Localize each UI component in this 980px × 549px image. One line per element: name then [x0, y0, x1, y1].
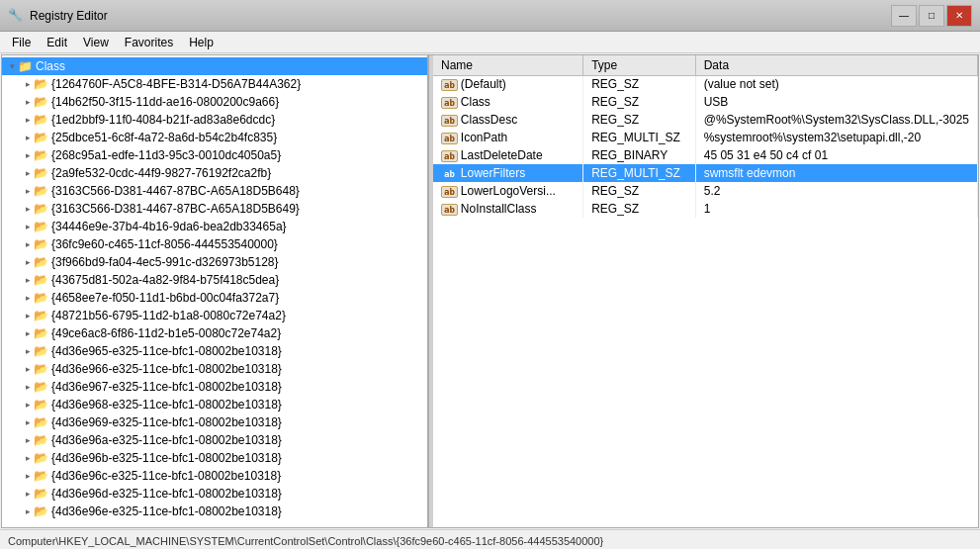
app-icon: 🔧 [8, 8, 24, 24]
tree-item[interactable]: ▸📂{3163C566-D381-4467-87BC-A65A18D5B648} [2, 182, 427, 200]
cell-data: 1 [695, 200, 977, 218]
folder-icon: 📂 [34, 362, 48, 376]
tree-item-label: {3163C566-D381-4467-87BC-A65A18D5B648} [51, 184, 300, 198]
tree-item[interactable]: ▸📂{14b62f50-3f15-11dd-ae16-0800200c9a66} [2, 93, 427, 111]
tree-item[interactable]: ▸📂{4d36e969-e325-11ce-bfc1-08002be10318} [2, 413, 427, 431]
tree-arrow-icon: ▸ [22, 471, 34, 481]
folder-icon: 📂 [34, 487, 48, 501]
tree-item-label: {1ed2bbf9-11f0-4084-b21f-ad83a8e6dcdc} [51, 113, 275, 127]
cell-name: ab(Default) [433, 75, 583, 93]
tree-item[interactable]: ▸📂{268c95a1-edfe-11d3-95c3-0010dc4050a5} [2, 146, 427, 164]
tree-arrow-icon: ▸ [22, 186, 34, 196]
main-content: ▾📁Class▸📂{1264760F-A5C8-4BFE-B314-D56A7B… [1, 54, 979, 528]
tree-arrow-icon: ▸ [22, 453, 34, 463]
menu-favorites[interactable]: Favorites [117, 34, 181, 51]
tree-item[interactable]: ▸📂{2a9fe532-0cdc-44f9-9827-76192f2ca2fb} [2, 164, 427, 182]
folder-icon: 📂 [34, 184, 48, 198]
registry-tree[interactable]: ▾📁Class▸📂{1264760F-A5C8-4BFE-B314-D56A7B… [2, 55, 429, 527]
tree-item[interactable]: ▸📂{48721b56-6795-11d2-b1a8-0080c72e74a2} [2, 307, 427, 324]
tree-item[interactable]: ▸📂{34446e9e-37b4-4b16-9da6-bea2db33465a} [2, 218, 427, 235]
tree-item[interactable]: ▸📂{4d36e96c-e325-11ce-bfc1-08002be10318} [2, 467, 427, 485]
tree-arrow-icon: ▸ [22, 400, 34, 410]
tree-arrow-icon: ▸ [22, 346, 34, 356]
tree-item[interactable]: ▸📂{49ce6ac8-6f86-11d2-b1e5-0080c72e74a2} [2, 324, 427, 342]
table-row[interactable]: abNoInstallClassREG_SZ1 [433, 200, 978, 218]
menu-view[interactable]: View [75, 34, 117, 51]
tree-item-label: {3163C566-D381-4467-87BC-A65A18D5B649} [51, 202, 300, 216]
table-row[interactable]: abLowerFiltersREG_MULTI_SZswmsflt edevmo… [433, 164, 978, 182]
tree-item[interactable]: ▸📂{1264760F-A5C8-4BFE-B314-D56A7B44A362} [2, 75, 427, 93]
tree-item[interactable]: ▸📂{4d36e967-e325-11ce-bfc1-08002be10318} [2, 378, 427, 396]
folder-icon: 📂 [34, 344, 48, 358]
cell-name: abIconPath [433, 129, 583, 146]
tree-item[interactable]: ▸📂{4658ee7e-f050-11d1-b6bd-00c04fa372a7} [2, 289, 427, 307]
cell-type: REG_SZ [583, 93, 696, 111]
folder-icon: 📂 [34, 273, 48, 287]
menu-help[interactable]: Help [181, 34, 222, 51]
tree-item-label: {25dbce51-6c8f-4a72-8a6d-b54c2b4fc835} [51, 131, 277, 144]
tree-arrow-icon: ▸ [22, 239, 34, 249]
folder-icon: 📂 [34, 255, 48, 269]
tree-item[interactable]: ▸📂{4d36e96b-e325-11ce-bfc1-08002be10318} [2, 449, 427, 467]
folder-icon: 📂 [34, 415, 48, 429]
tree-item-label: {4658ee7e-f050-11d1-b6bd-00c04fa372a7} [51, 291, 279, 305]
table-row[interactable]: abLastDeleteDateREG_BINARY45 05 31 e4 50… [433, 146, 978, 164]
col-name: Name [433, 55, 583, 75]
minimize-button[interactable]: — [891, 5, 917, 27]
folder-icon: 📂 [34, 291, 48, 305]
tree-item-label: {1264760F-A5C8-4BFE-B314-D56A7B44A362} [51, 77, 301, 91]
cell-data: %systemroot%\system32\setupapi.dll,-20 [695, 129, 977, 146]
tree-arrow-icon: ▸ [22, 150, 34, 160]
folder-icon: 📂 [34, 326, 48, 340]
cell-data: USB [695, 93, 977, 111]
cell-name: abLastDeleteDate [433, 146, 583, 164]
tree-arrow-icon: ▸ [22, 115, 34, 125]
folder-icon: 📂 [34, 433, 48, 447]
tree-item[interactable]: ▸📂{4d36e96e-e325-11ce-bfc1-08002be10318} [2, 503, 427, 520]
tree-item-label: Class [36, 59, 65, 73]
tree-arrow-icon: ▸ [22, 506, 34, 516]
table-row[interactable]: abClassDescREG_SZ@%SystemRoot%\System32\… [433, 111, 978, 129]
menu-edit[interactable]: Edit [39, 34, 75, 51]
close-button[interactable]: ✕ [946, 5, 972, 27]
folder-icon: 📂 [34, 95, 48, 109]
tree-item[interactable]: ▸📂{4d36e966-e325-11ce-bfc1-08002be10318} [2, 360, 427, 378]
table-row[interactable]: abClassREG_SZUSB [433, 93, 978, 111]
menu-bar: File Edit View Favorites Help [0, 32, 980, 53]
folder-icon: 📂 [34, 451, 48, 465]
tree-item[interactable]: ▸📂{4d36e96a-e325-11ce-bfc1-08002be10318} [2, 431, 427, 449]
tree-arrow-icon: ▸ [22, 257, 34, 267]
cell-name: abLowerLogoVersi... [433, 182, 583, 200]
table-row[interactable]: abLowerLogoVersi...REG_SZ5.2 [433, 182, 978, 200]
folder-icon: 📂 [34, 148, 48, 162]
tree-arrow-icon: ▸ [22, 293, 34, 303]
tree-item[interactable]: ▸📂{43675d81-502a-4a82-9f84-b75f418c5dea} [2, 271, 427, 289]
tree-item-label: {4d36e96d-e325-11ce-bfc1-08002be10318} [51, 487, 282, 501]
cell-type: REG_SZ [583, 182, 696, 200]
tree-item[interactable]: ▸📂{4d36e968-e325-11ce-bfc1-08002be10318} [2, 396, 427, 413]
cell-data: 45 05 31 e4 50 c4 cf 01 [695, 146, 977, 164]
tree-item[interactable]: ▸📂{25dbce51-6c8f-4a72-8a6d-b54c2b4fc835} [2, 129, 427, 146]
tree-item[interactable]: ▸📂{4d36e965-e325-11ce-bfc1-08002be10318} [2, 342, 427, 360]
table-row[interactable]: abIconPathREG_MULTI_SZ%systemroot%\syste… [433, 129, 978, 146]
tree-item[interactable]: ▸📂{3163C566-D381-4467-87BC-A65A18D5B649} [2, 200, 427, 218]
tree-item[interactable]: ▸📂{3f966bd9-fa04-4ec5-991c-d326973b5128} [2, 253, 427, 271]
folder-icon: 📁 [18, 59, 33, 73]
tree-item-label: {4d36e96e-e325-11ce-bfc1-08002be10318} [51, 504, 282, 518]
maximize-button[interactable]: □ [919, 5, 944, 27]
cell-type: REG_SZ [583, 200, 696, 218]
folder-icon: 📂 [34, 77, 48, 91]
table-row[interactable]: ab(Default)REG_SZ(value not set) [433, 75, 978, 93]
tree-item[interactable]: ▸📂{36fc9e60-c465-11cf-8056-444553540000} [2, 235, 427, 253]
tree-item[interactable]: ▸📂{1ed2bbf9-11f0-4084-b21f-ad83a8e6dcdc} [2, 111, 427, 129]
reg-type-badge: ab [441, 150, 458, 162]
tree-item[interactable]: ▾📁Class [2, 57, 427, 75]
cell-name: abNoInstallClass [433, 200, 583, 218]
reg-type-badge: ab [441, 79, 458, 91]
folder-icon: 📂 [34, 380, 48, 394]
tree-item-label: {268c95a1-edfe-11d3-95c3-0010dc4050a5} [51, 148, 281, 162]
menu-file[interactable]: File [4, 34, 39, 51]
cell-data: (value not set) [695, 75, 977, 93]
title-bar-left: 🔧 Registry Editor [8, 8, 108, 24]
tree-item[interactable]: ▸📂{4d36e96d-e325-11ce-bfc1-08002be10318} [2, 485, 427, 503]
